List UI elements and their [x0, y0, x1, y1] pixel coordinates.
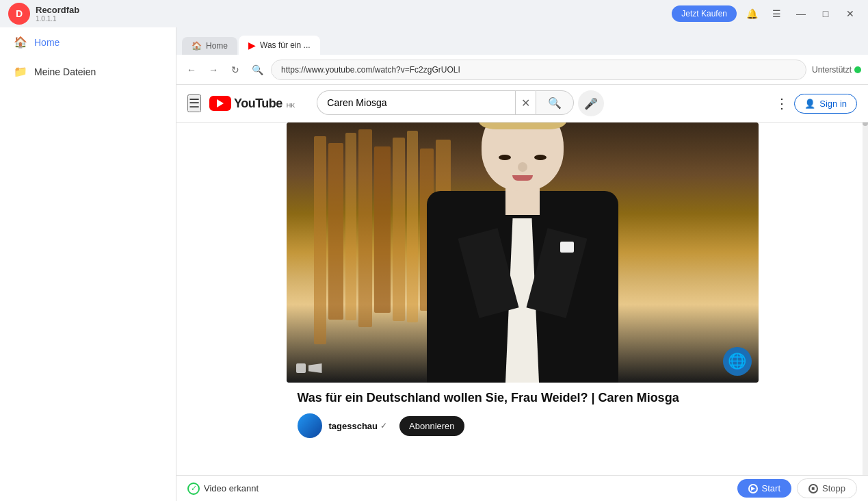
address-bar: ← → ↻ 🔍 Unterstützt — [176, 55, 868, 85]
youtube-tab-title: Was für ein ... — [260, 40, 311, 50]
home-tab[interactable]: 🏠 Home — [182, 37, 237, 55]
yt-search-clear-button[interactable]: ✕ — [515, 90, 536, 115]
rec-rect — [308, 363, 322, 373]
check-circle-icon: ✓ — [187, 483, 200, 495]
supported-label: Unterstützt — [812, 65, 852, 75]
youtube-logo-icon — [209, 96, 231, 111]
rec-dot — [296, 363, 306, 373]
supported-dot — [854, 66, 861, 73]
stop-button[interactable]: ■ Stopp — [797, 478, 857, 498]
channel-row: tagesschau ✓ Abonnieren — [287, 408, 759, 444]
channel-info: tagesschau ✓ — [329, 421, 388, 431]
yt-signin-button[interactable]: 👤 Sign in — [794, 94, 857, 114]
sidebar-home-label: Home — [34, 37, 60, 48]
sidebar-item-my-files[interactable]: 📁 Meine Dateien — [0, 57, 176, 86]
yt-hamburger-button[interactable]: ☰ — [187, 94, 201, 112]
sidebar: 🏠 Home 📁 Meine Dateien — [0, 27, 176, 501]
yt-header-right: ⋮ 👤 Sign in — [775, 94, 857, 114]
yt-more-button[interactable]: ⋮ — [775, 95, 789, 112]
menu-button[interactable]: ☰ — [767, 4, 786, 23]
app-name: Recordfab — [36, 5, 79, 15]
scrollbar[interactable] — [863, 85, 868, 475]
start-label: Start — [762, 483, 780, 493]
youtube-logo-suffix: HK — [287, 102, 295, 109]
video-status-label: Video erkannt — [204, 483, 259, 493]
youtube-tab-favicon: ▶ — [248, 40, 256, 51]
yt-search-input[interactable] — [317, 90, 515, 115]
verified-icon: ✓ — [380, 421, 387, 431]
home-icon: 🏠 — [14, 36, 27, 49]
title-bar-right: Jetzt Kaufen 🔔 ☰ — □ ✕ — [672, 4, 860, 23]
yt-signin-icon: 👤 — [804, 99, 815, 109]
youtube-header: ☰ YouTube HK ✕ 🔍 🎤 ⋮ 👤 Sign in — [176, 85, 868, 123]
yt-mic-button[interactable]: 🎤 — [578, 90, 604, 116]
buy-button[interactable]: Jetzt Kaufen — [672, 5, 737, 22]
app-version: 1.0.1.1 — [36, 15, 79, 23]
folder-icon: 📁 — [14, 65, 27, 78]
channel-name: tagesschau — [329, 421, 378, 431]
notification-button[interactable]: 🔔 — [742, 4, 761, 23]
home-tab-title: Home — [206, 41, 228, 51]
close-button[interactable]: ✕ — [841, 4, 860, 23]
search-icon-button[interactable]: 🔍 — [249, 62, 265, 78]
app-logo: D — [8, 3, 30, 25]
record-icon — [296, 363, 322, 373]
video-record-overlay — [296, 363, 322, 373]
youtube-logo-text: YouTube — [234, 97, 282, 111]
home-tab-favicon: 🏠 — [192, 41, 202, 51]
start-button[interactable]: ▶ Start — [737, 479, 791, 498]
main-layout: 🏠 Home 📁 Meine Dateien 🏠 Home ▶ Was für … — [0, 27, 868, 501]
refresh-button[interactable]: ↻ — [227, 62, 244, 78]
minimize-button[interactable]: — — [791, 4, 811, 23]
browser-area: 🏠 Home ▶ Was für ein ... ← → ↻ 🔍 Unterst… — [176, 27, 868, 501]
start-icon: ▶ — [748, 484, 758, 493]
youtube-logo[interactable]: YouTube HK — [209, 96, 295, 111]
video-title: Was für ein Deutschland wollen Sie, Frau… — [287, 383, 759, 408]
back-button[interactable]: ← — [183, 62, 200, 78]
yt-search-button[interactable]: 🔍 — [536, 90, 574, 115]
title-bar: D Recordfab 1.0.1.1 Jetzt Kaufen 🔔 ☰ — □… — [0, 0, 868, 27]
sidebar-item-home[interactable]: 🏠 Home — [0, 27, 176, 57]
app-name-block: Recordfab 1.0.1.1 — [36, 5, 79, 23]
address-input[interactable] — [271, 60, 806, 80]
video-thumbnail[interactable]: 🌐 — [287, 123, 759, 383]
video-status: ✓ Video erkannt — [187, 483, 732, 495]
tab-bar: 🏠 Home ▶ Was für ein ... — [176, 27, 868, 55]
sidebar-files-label: Meine Dateien — [34, 66, 96, 77]
stop-label: Stopp — [822, 483, 845, 493]
forward-button[interactable]: → — [205, 62, 222, 78]
video-section: 🌐 Was für ein Deutschland wollen Sie, Fr… — [176, 123, 868, 454]
stop-icon: ■ — [808, 484, 818, 493]
bottom-bar: ✓ Video erkannt ▶ Start ■ Stopp — [176, 475, 868, 501]
supported-badge: Unterstützt — [812, 65, 861, 75]
channel-avatar — [298, 413, 322, 438]
globe-icon: 🌐 — [728, 352, 746, 370]
youtube-tab[interactable]: ▶ Was für ein ... — [239, 36, 320, 55]
yt-search-bar: ✕ 🔍 🎤 — [317, 90, 604, 116]
yt-signin-label: Sign in — [819, 99, 847, 109]
subscribe-button[interactable]: Abonnieren — [399, 416, 464, 436]
maximize-button[interactable]: □ — [816, 4, 835, 23]
app-branding: D Recordfab 1.0.1.1 — [8, 3, 79, 25]
youtube-container: ☰ YouTube HK ✕ 🔍 🎤 ⋮ 👤 Sign in — [176, 85, 868, 475]
video-globe-button[interactable]: 🌐 — [723, 347, 752, 376]
